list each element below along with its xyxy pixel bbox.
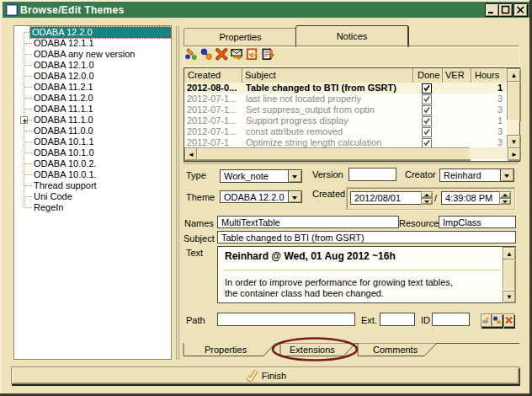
svg-text:Extensions: Extensions — [290, 345, 335, 355]
svg-text:Properties: Properties — [205, 345, 247, 355]
svg-text:Comments: Comments — [373, 345, 418, 355]
